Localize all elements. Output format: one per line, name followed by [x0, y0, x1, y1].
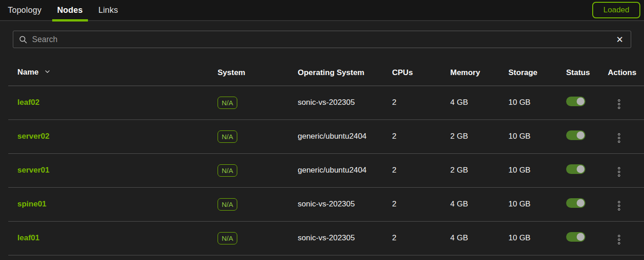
toggle-knob	[577, 131, 584, 139]
cpus-cell: 2	[392, 187, 450, 221]
table-body: leaf02 N/A sonic-vs-202305 2 4 GB 10 GB …	[8, 86, 644, 255]
clear-search-icon[interactable]: ✕	[614, 34, 625, 45]
storage-cell: 10 GB	[508, 86, 566, 119]
table-row: leaf01 N/A sonic-vs-202305 2 4 GB 10 GB	[8, 221, 644, 255]
status-toggle[interactable]	[566, 232, 585, 242]
search-input[interactable]	[32, 35, 614, 44]
system-badge: N/A	[218, 130, 237, 143]
column-header-system[interactable]: System	[218, 60, 298, 86]
toggle-knob	[577, 165, 584, 173]
toggle-knob	[577, 199, 584, 207]
column-header-os[interactable]: Operating System	[298, 60, 392, 86]
row-actions-kebab-icon[interactable]	[615, 199, 623, 212]
status-toggle[interactable]	[566, 130, 585, 140]
memory-cell: 4 GB	[450, 221, 508, 255]
os-cell: generic/ubuntu2404	[298, 153, 392, 187]
storage-cell: 10 GB	[508, 153, 566, 187]
tab-topology[interactable]: Topology	[3, 0, 47, 21]
table-row: spine01 N/A sonic-vs-202305 2 4 GB 10 GB	[8, 187, 644, 221]
nodes-table: Name System Operating System CPUs Memory…	[8, 60, 644, 255]
tab-nodes[interactable]: Nodes	[52, 0, 88, 21]
toggle-knob	[577, 233, 584, 241]
column-header-name[interactable]: Name	[8, 60, 218, 86]
row-actions-kebab-icon[interactable]	[615, 131, 623, 145]
status-toggle[interactable]	[566, 164, 585, 174]
memory-cell: 4 GB	[450, 187, 508, 221]
cpus-cell: 2	[392, 153, 450, 187]
status-toggle[interactable]	[566, 198, 585, 208]
cpus-cell: 2	[392, 119, 450, 153]
cpus-cell: 2	[392, 221, 450, 255]
column-header-storage[interactable]: Storage	[508, 60, 566, 86]
column-header-memory[interactable]: Memory	[450, 60, 508, 86]
column-header-actions[interactable]: Actions	[608, 60, 644, 86]
node-name-link[interactable]: leaf02	[17, 98, 39, 107]
memory-cell: 4 GB	[450, 86, 508, 119]
sort-chevron-down-icon	[44, 68, 51, 77]
cpus-cell: 2	[392, 86, 450, 119]
row-actions-kebab-icon[interactable]	[615, 98, 623, 111]
storage-cell: 10 GB	[508, 221, 566, 255]
toggle-knob	[577, 98, 584, 105]
storage-cell: 10 GB	[508, 119, 566, 153]
system-badge: N/A	[218, 198, 237, 211]
table-row: server01 N/A generic/ubuntu2404 2 2 GB 1…	[8, 153, 644, 187]
row-actions-kebab-icon[interactable]	[615, 233, 623, 246]
search-bar[interactable]: ✕	[13, 31, 631, 48]
os-cell: generic/ubuntu2404	[298, 119, 392, 153]
storage-cell: 10 GB	[508, 187, 566, 221]
system-badge: N/A	[218, 232, 237, 244]
node-name-link[interactable]: server02	[17, 132, 49, 141]
system-badge: N/A	[218, 164, 237, 177]
node-name-link[interactable]: spine01	[17, 200, 46, 208]
node-name-link[interactable]: leaf01	[17, 233, 39, 242]
os-cell: sonic-vs-202305	[298, 221, 392, 255]
tab-links[interactable]: Links	[93, 0, 123, 21]
column-header-status[interactable]: Status	[566, 60, 608, 86]
memory-cell: 2 GB	[450, 119, 508, 153]
search-icon	[19, 35, 27, 44]
os-cell: sonic-vs-202305	[298, 86, 392, 119]
table-header-row: Name System Operating System CPUs Memory…	[8, 60, 644, 86]
column-header-name-label: Name	[17, 68, 38, 76]
system-badge: N/A	[218, 97, 237, 109]
status-toggle[interactable]	[566, 97, 585, 106]
row-actions-kebab-icon[interactable]	[615, 165, 623, 179]
table-row: server02 N/A generic/ubuntu2404 2 2 GB 1…	[8, 119, 644, 153]
os-cell: sonic-vs-202305	[298, 187, 392, 221]
tab-bar: Topology Nodes Links Loaded	[0, 0, 644, 21]
memory-cell: 2 GB	[450, 153, 508, 187]
table-row: leaf02 N/A sonic-vs-202305 2 4 GB 10 GB	[8, 86, 644, 119]
loaded-status-button[interactable]: Loaded	[592, 2, 640, 18]
node-name-link[interactable]: server01	[17, 166, 49, 174]
column-header-cpus[interactable]: CPUs	[392, 60, 450, 86]
